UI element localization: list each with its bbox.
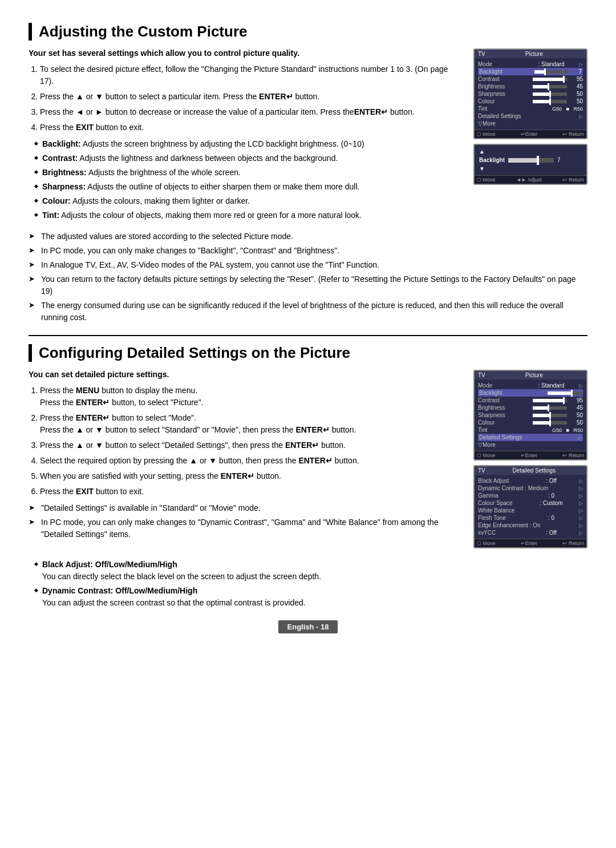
tv-tint-value: G50 ■ R50: [552, 106, 583, 112]
tv-detail-header: TV Detailed Settings: [475, 466, 586, 475]
det-wb-label: White Balance: [478, 507, 524, 514]
section1-steps: To select the desired picture effect, fo…: [40, 63, 462, 134]
det-row-flesh: Flesh Tone : 0 ▷: [478, 514, 583, 522]
tv2-brightness-value: 45: [577, 405, 583, 411]
step2-2: Press the ENTER↵ button to select "Mode"…: [40, 412, 462, 436]
tv-sharpness-label: Sharpness: [478, 91, 524, 97]
tv-footer-2: ⬡ Move ↵Enter ↩ Return: [475, 451, 586, 459]
tv2-row-brightness: Brightness 45: [478, 404, 583, 411]
tv-detail-footer: ⬡ Move ↵Enter ↩ Return: [475, 539, 586, 547]
tv-screen-1: TV Picture Mode : Standard ▷ Backlight 7: [473, 49, 587, 139]
bl-footer-move: ⬡ Move: [477, 177, 496, 183]
det-footer-return: ↩ Return: [562, 540, 584, 546]
tv2-row-tint: Tint G50 ■ R50: [478, 426, 583, 434]
tv2-footer-return: ↩ Return: [562, 453, 584, 458]
tv-row-contrast: Contrast 95: [478, 75, 583, 83]
det-flesh-value: : 0: [548, 515, 554, 521]
backlight-num: 7: [557, 157, 561, 163]
tv2-detailed-label: Detailed Settings: [479, 434, 525, 441]
section1-bullets: Backlight: Adjusts the screen brightness…: [34, 138, 462, 221]
tv-colour-slider: [533, 100, 567, 103]
tv-row-sharpness: Sharpness 50: [478, 90, 583, 98]
backlight-down-arrow: ▼: [479, 165, 582, 172]
section-divider: [29, 335, 587, 336]
tv2-row-colour: Colour 50: [478, 419, 583, 426]
section2-bottom-bullets: Black Adjust: Off/Low/Medium/HighYou can…: [34, 559, 587, 609]
note1-1: The adjusted values are stored according…: [29, 231, 587, 243]
det-row-black: Black Adjust : Off ▷: [478, 477, 583, 484]
tv-sharpness-value: 50: [577, 91, 583, 97]
tv2-row-mode: Mode : Standard ▷: [478, 382, 583, 389]
det-gamma-label: Gamma: [478, 492, 524, 499]
tv-detail-title: Detailed Settings: [513, 467, 556, 474]
det-black-label: Black Adjust: [478, 478, 524, 484]
tv2-sharpness-label: Sharpness: [478, 412, 524, 418]
tv2-sharpness-slider: [533, 414, 567, 417]
det-colspace-value: : Custom: [540, 500, 562, 506]
det-colspace-label: Colour Space: [478, 500, 524, 506]
tv2-row-sharpness: Sharpness 50: [478, 411, 583, 419]
tv2-mode-arrow: ▷: [579, 383, 583, 389]
note1-3: In Analogue TV, Ext., AV, S-Video modes …: [29, 259, 587, 271]
bl-footer-adjust: ◄► Adjust: [516, 177, 542, 183]
tv-footer-enter: ↵Enter: [521, 131, 538, 137]
tv-row-tint: Tint G50 ■ R50: [478, 105, 583, 112]
tv2-colour-value: 50: [577, 419, 583, 426]
bl-footer-return: ↩ Return: [562, 177, 584, 183]
step1-1: To select the desired picture effect, fo…: [40, 63, 462, 87]
tv2-sharpness-value: 50: [577, 412, 583, 418]
det-footer-enter: ↵Enter: [521, 540, 538, 546]
backlight-screen: ▲ Backlight 7 ▼ ⬡ Move ◄► Adjust ↩ Retur…: [473, 144, 587, 185]
backlight-body: ▲ Backlight 7 ▼: [475, 145, 586, 175]
tv-colour-value: 50: [577, 98, 583, 104]
tv-row-more: ▽More: [478, 120, 583, 127]
det-edge-label: Edge Enhancement : On: [478, 522, 541, 528]
det-flesh-arrow: ▷: [579, 515, 583, 521]
det-wb-arrow: ▷: [579, 508, 583, 514]
bullet-contrast: Contrast: Adjusts the lightness and dark…: [34, 152, 462, 164]
tv-footer-move: ⬡ Move: [477, 131, 496, 137]
page-footer: English - 18: [29, 620, 587, 633]
tv-contrast-value: 95: [577, 76, 583, 82]
tv2-mode-value: : Standard: [538, 382, 564, 389]
det-edge-arrow: ▷: [579, 523, 583, 528]
tv2-tint-value: G50 ■ R50: [552, 427, 583, 433]
det-colspace-arrow: ▷: [579, 500, 583, 506]
tv-body-1: Mode : Standard ▷ Backlight 7 Contrast: [475, 58, 586, 130]
section2-diagrams: TV Picture Mode : Standard ▷ Backlight: [473, 370, 587, 553]
tv2-brightness-slider: [533, 406, 567, 410]
tv-backlight-slider: [534, 70, 569, 74]
tv-contrast-label: Contrast: [478, 76, 524, 82]
tv2-backlight-label: Backlight: [479, 390, 525, 396]
step2-6: Press the EXIT button to exit.: [40, 486, 462, 498]
tv2-contrast-slider: [533, 399, 567, 402]
bullet-dynamic-contrast: Dynamic Contrast: Off/Low/Medium/HighYou…: [34, 585, 587, 609]
tv-screen-2: TV Picture Mode : Standard ▷ Backlight: [473, 370, 587, 461]
det-row-xvycc: xvYCC : Off ▷: [478, 529, 583, 536]
tv-mode-arrow: ▷: [579, 62, 583, 67]
bullet-brightness: Brightness: Adjusts the brightness of th…: [34, 167, 462, 179]
det-flesh-label: Flesh Tone: [478, 515, 524, 521]
tv2-colour-label: Colour: [478, 419, 524, 426]
section1-notes: The adjusted values are stored according…: [29, 231, 587, 324]
section2-notes: "Detailed Settings" is available in "Sta…: [29, 502, 462, 540]
tv-mode-value: : Standard: [538, 61, 564, 67]
tv2-backlight-slider: [548, 391, 582, 395]
tv2-footer-move: ⬡ Move: [477, 453, 496, 458]
det-row-edge: Edge Enhancement : On ▷: [478, 522, 583, 529]
section1-diagrams: TV Picture Mode : Standard ▷ Backlight 7: [473, 49, 587, 225]
tv-colour-label: Colour: [478, 98, 524, 104]
tv2-footer-enter: ↵Enter: [521, 453, 538, 458]
note1-5: The energy consumed during use can be si…: [29, 300, 587, 324]
tv2-row-detailed: Detailed Settings ▷: [478, 434, 583, 441]
det-xvycc-value: : Off: [546, 530, 557, 536]
tv-sharpness-slider: [533, 92, 567, 96]
bullet-backlight: Backlight: Adjusts the screen brightness…: [34, 138, 462, 150]
tv-brightness-slider: [533, 85, 567, 88]
backlight-text: Backlight: [479, 157, 505, 163]
tv-detailed-arrow: ▷: [579, 114, 583, 119]
note2-2: In PC mode, you can only make changes to…: [29, 516, 462, 540]
det-footer-move: ⬡ Move: [477, 540, 496, 546]
tv-detail-label: TV: [478, 467, 485, 474]
det-gamma-value: : 0: [548, 492, 554, 499]
